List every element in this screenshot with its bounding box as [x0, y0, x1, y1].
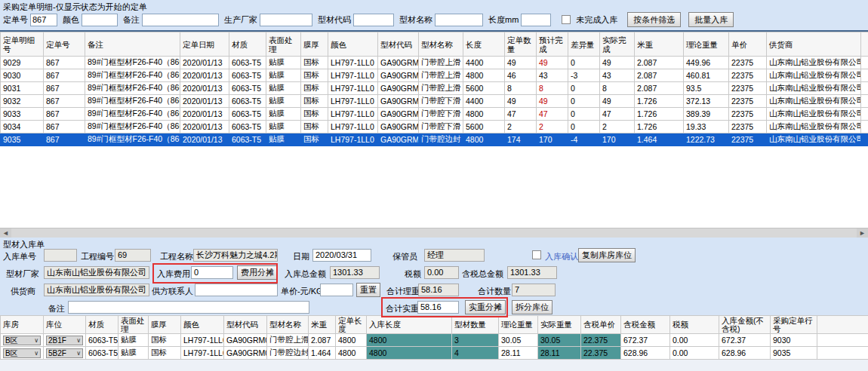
column-header[interactable]: 型材数量 [452, 316, 499, 334]
column-header[interactable]: 差异量 [568, 32, 600, 57]
project-name-field[interactable]: 长沙万科魅力之城4.2期 [193, 249, 278, 262]
total-amount-field[interactable]: 1301.33 [330, 266, 380, 279]
cell: 国标 [149, 334, 181, 347]
remark-filter-input[interactable] [142, 14, 219, 26]
note-field[interactable] [68, 301, 309, 314]
column-header[interactable]: 颜色 [181, 316, 224, 334]
fee-share-button[interactable]: 费用分摊 [237, 265, 278, 280]
order-row[interactable]: 903086789#门框型材F26-F40（866*867）2020/01/13… [1, 69, 868, 82]
column-header[interactable]: 理论重量 [684, 32, 729, 57]
column-header[interactable]: 实际完成 [600, 32, 635, 57]
cell: 628.96 [719, 347, 771, 360]
inbound-confirm-checkbox[interactable] [532, 250, 541, 259]
total-with-tax-field[interactable]: 1301.33 [507, 266, 557, 279]
column-header[interactable]: 入库金额(不含税) [719, 316, 771, 334]
column-header[interactable]: 定单日期 [180, 32, 229, 57]
order-no-input[interactable] [30, 14, 57, 26]
inbound-fee-field[interactable]: 0 [191, 266, 233, 279]
column-header[interactable]: 表面处理 [119, 316, 149, 334]
column-header[interactable]: 型材代码 [224, 316, 267, 334]
manufacturer-filter-input[interactable] [260, 14, 312, 26]
scroll-left-arrow[interactable]: ◄ [0, 228, 11, 238]
order-row[interactable]: 902986789#门框型材F26-F40（866*867）2020/01/13… [1, 57, 868, 69]
color-filter-input[interactable] [82, 14, 118, 26]
column-header[interactable]: 颜色 [328, 32, 378, 57]
cell: GA90GRM04 [378, 108, 419, 121]
column-header[interactable]: 含税金额 [621, 316, 670, 334]
length-filter-input[interactable] [521, 14, 551, 26]
warehouse-select[interactable]: B区∨ [3, 336, 41, 345]
order-row[interactable]: 903586789#门框型材F26-F40（866*867）2020/01/13… [1, 133, 868, 146]
order-row[interactable]: 903186789#门框型材F26-F40（866*867）2020/01/13… [1, 82, 868, 95]
order-row[interactable]: 903286789#门框型材F26-F40（866*867）2020/01/13… [1, 95, 868, 108]
column-header[interactable]: 采购定单行号 [771, 316, 817, 334]
scroll-right-arrow[interactable]: ► [857, 228, 868, 238]
weight-share-button[interactable]: 实重分摊 [465, 300, 506, 314]
date-picker[interactable]: 2020/03/31 ▦▼ [312, 249, 371, 262]
receipt-no-field[interactable] [44, 249, 77, 262]
column-header[interactable]: 备注 [85, 32, 180, 57]
keeper-field[interactable]: 经理 [424, 249, 485, 262]
cell: 山东南山铝业股份有限公司 [767, 57, 861, 69]
copy-warehouse-location-button[interactable]: 复制库房库位 [578, 248, 636, 262]
date-value: 2020/03/31 [315, 250, 357, 259]
column-header[interactable]: 预计完成 [537, 32, 568, 57]
column-header[interactable] [817, 316, 868, 334]
project-no-field[interactable]: 69 [115, 249, 151, 262]
column-header[interactable]: 含税单价 [581, 316, 621, 334]
column-header[interactable]: 实际重量 [538, 316, 581, 334]
unit-price-field[interactable] [320, 284, 353, 296]
column-header[interactable]: 型材名称 [419, 32, 463, 57]
column-header[interactable]: 米重 [309, 316, 336, 334]
column-header[interactable]: 膜厚 [301, 32, 328, 57]
column-header[interactable]: 型材代码 [378, 32, 419, 57]
total-qty-field[interactable]: 7 [512, 284, 556, 296]
cell [861, 69, 868, 82]
column-header[interactable]: 定单数量 [505, 32, 537, 57]
column-header[interactable]: 单价 [729, 32, 767, 57]
column-header[interactable]: 米重 [635, 32, 684, 57]
actual-weight-field[interactable]: 58.16 [417, 301, 459, 314]
profile-code-filter-input[interactable] [353, 14, 394, 26]
column-header[interactable]: 税额 [670, 316, 719, 334]
split-location-button[interactable]: 拆分库位 [512, 300, 553, 314]
column-header[interactable]: 入库长度 [367, 316, 452, 334]
column-header[interactable]: 库位 [44, 316, 86, 334]
factory-field[interactable]: 山东南山铝业股份有限公司 [44, 266, 149, 279]
profile-name-filter-input[interactable] [435, 14, 483, 26]
column-header[interactable]: 定单明细号 [1, 32, 44, 57]
order-row[interactable]: 903486789#门框型材F26-F40（866*867）2020/01/13… [1, 121, 868, 133]
column-header[interactable]: 库房 [1, 316, 44, 334]
column-header[interactable]: 供货商 [767, 32, 861, 57]
batch-inbound-button[interactable]: 批量入库 [688, 12, 734, 27]
column-header[interactable]: 理论重量 [499, 316, 538, 334]
theory-weight-field[interactable]: 58.16 [418, 284, 459, 296]
tax-field[interactable]: 0.00 [424, 266, 459, 279]
column-header[interactable] [861, 32, 868, 57]
unfinished-inbound-checkbox[interactable] [562, 15, 571, 24]
calendar-dropdown-icon[interactable]: ▦▼ [356, 261, 368, 262]
location-select[interactable]: 2B1F∨ [46, 336, 83, 345]
column-header[interactable]: 长度 [463, 32, 505, 57]
warehouse-select[interactable]: B区∨ [3, 348, 41, 358]
column-header[interactable]: 型材名称 [267, 316, 309, 334]
column-header[interactable]: 材质 [229, 32, 266, 57]
reset-button[interactable]: 重置 [356, 283, 380, 297]
horizontal-scrollbar[interactable]: ◄ ► [0, 228, 868, 238]
filter-by-condition-button[interactable]: 按条件筛选 [627, 12, 681, 27]
cell: 4800 [336, 334, 367, 347]
inbound-row[interactable]: B区∨2B1F∨6063-T5贴膜国标LH797-1LL0GA90GRM03门带… [1, 334, 868, 347]
column-header[interactable]: 材质 [86, 316, 119, 334]
supplier-field[interactable]: 山东南山铝业股份有限公司 [44, 284, 149, 296]
column-header[interactable]: 膜厚 [149, 316, 181, 334]
supplier-contact-field[interactable] [195, 284, 278, 296]
cell: 贴膜 [266, 133, 301, 146]
location-select[interactable]: 5B2F∨ [46, 348, 83, 358]
cell: 0 [568, 108, 600, 121]
cell: 6063-T5 [86, 347, 119, 360]
column-header[interactable]: 表面处理 [266, 32, 301, 57]
column-header[interactable]: 定单号 [44, 32, 85, 57]
column-header[interactable]: 定单长度 [336, 316, 367, 334]
inbound-row[interactable]: B区∨5B2F∨6063-T5贴膜国标LH797-1LL0GA90GRM05门带… [1, 347, 868, 360]
order-row[interactable]: 903386789#门框型材F26-F40（866*867）2020/01/13… [1, 108, 868, 121]
